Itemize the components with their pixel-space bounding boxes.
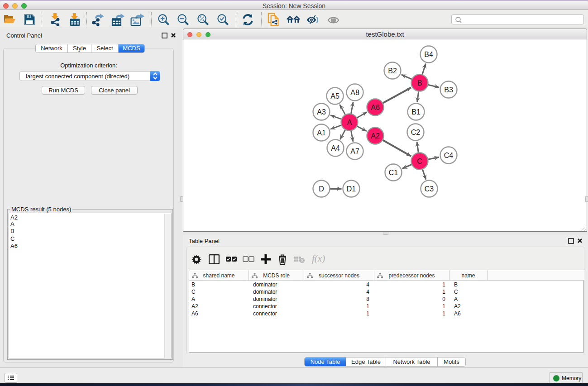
svg-text:A3: A3 <box>317 108 326 116</box>
svg-text:A: A <box>347 119 352 126</box>
svg-text:C3: C3 <box>425 185 434 193</box>
svg-text:C4: C4 <box>444 152 454 159</box>
svg-text:A2: A2 <box>371 132 380 140</box>
svg-text:A1: A1 <box>317 129 326 137</box>
svg-text:B3: B3 <box>444 86 453 94</box>
svg-text:A8: A8 <box>350 89 359 96</box>
svg-text:B2: B2 <box>388 67 397 75</box>
svg-text:A6: A6 <box>371 104 380 111</box>
svg-text:B1: B1 <box>411 108 421 116</box>
svg-text:A7: A7 <box>350 148 359 155</box>
svg-text:C1: C1 <box>389 169 398 176</box>
svg-text:A5: A5 <box>330 92 339 100</box>
svg-text:B: B <box>417 79 422 87</box>
svg-text:A4: A4 <box>331 144 340 152</box>
svg-text:D1: D1 <box>347 185 356 193</box>
svg-text:C2: C2 <box>411 129 421 136</box>
svg-text:C: C <box>417 157 422 165</box>
svg-text:B4: B4 <box>424 51 433 58</box>
svg-text:D: D <box>319 185 324 193</box>
